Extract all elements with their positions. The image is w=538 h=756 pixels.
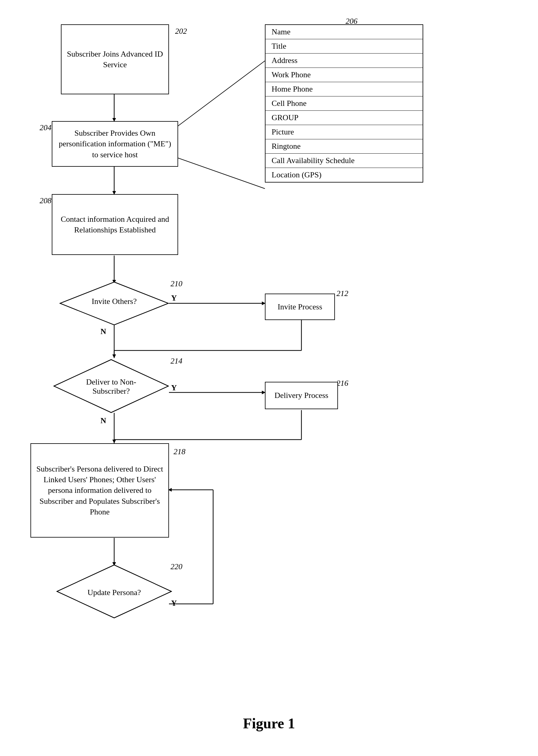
- ref-row-ringtone: Ringtone: [265, 139, 423, 154]
- diamond-214-wrapper: Deliver to Non- Subscriber?: [53, 359, 169, 413]
- box-208: Contact information Acquired and Relatio…: [52, 194, 178, 255]
- svg-text:Update Persona?: Update Persona?: [87, 588, 141, 597]
- ref-row-group: GROUP: [265, 111, 423, 125]
- y-label-210: Y: [171, 294, 177, 303]
- ref-208: 208: [39, 196, 51, 205]
- ref-row-address: Address: [265, 54, 423, 68]
- ref-204: 204: [39, 123, 51, 132]
- ref-216: 216: [337, 379, 348, 388]
- ref-row-title: Title: [265, 39, 423, 54]
- ref-220: 220: [171, 562, 183, 571]
- diamond-210-wrapper: Invite Others?: [59, 281, 169, 325]
- diamond-214-svg: Deliver to Non- Subscriber?: [53, 359, 169, 413]
- box-218: Subscriber's Persona delivered to Direct…: [30, 443, 169, 538]
- ref-row-location: Location (GPS): [265, 168, 423, 182]
- ref-202: 202: [175, 27, 187, 36]
- svg-marker-9: [112, 354, 116, 358]
- box-202: Subscriber Joins Advanced ID Service: [61, 24, 169, 94]
- ref-214: 214: [171, 356, 183, 366]
- ref-row-homephone: Home Phone: [265, 82, 423, 96]
- ref-row-picture: Picture: [265, 125, 423, 139]
- ref-210: 210: [171, 279, 183, 288]
- ref-row-name: Name: [265, 25, 423, 39]
- box-212: Invite Process: [265, 294, 335, 320]
- svg-text:Invite Others?: Invite Others?: [92, 297, 137, 306]
- y-label-220: Y: [171, 599, 177, 608]
- diagram-container: 206 Name Title Address Work Phone Home P…: [0, 0, 538, 756]
- ref-table-206: Name Title Address Work Phone Home Phone…: [265, 24, 423, 182]
- svg-text:Deliver to Non-: Deliver to Non-: [86, 378, 136, 386]
- box-204: Subscriber Provides Own personification …: [52, 121, 178, 167]
- ref-row-cellphone: Cell Phone: [265, 96, 423, 111]
- ref-row-callschedule: Call Availability Schedule: [265, 154, 423, 168]
- figure-caption: Figure 1: [0, 715, 538, 732]
- svg-text:Subscriber?: Subscriber?: [92, 387, 130, 396]
- n-label-214: N: [100, 416, 106, 425]
- y-label-214: Y: [171, 383, 177, 393]
- diamond-220-svg: Update Persona?: [56, 564, 172, 619]
- svg-marker-16: [112, 440, 116, 443]
- diamond-220-wrapper: Update Persona?: [56, 564, 172, 619]
- ref-row-workphone: Work Phone: [265, 68, 423, 82]
- n-label-210: N: [100, 327, 106, 336]
- diamond-210-svg: Invite Others?: [59, 281, 169, 325]
- ref-218: 218: [174, 447, 186, 456]
- ref-212: 212: [337, 289, 348, 298]
- box-216: Delivery Process: [265, 382, 338, 409]
